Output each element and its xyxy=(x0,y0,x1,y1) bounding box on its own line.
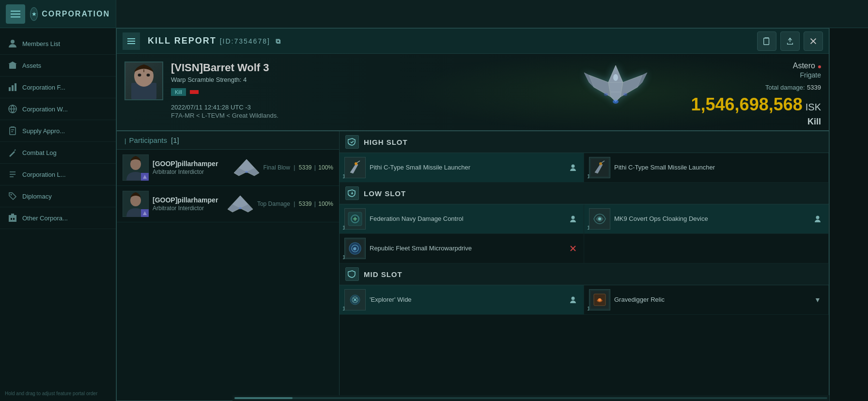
avatar-inner xyxy=(125,62,162,99)
equipment-item-5[interactable]: 1 Republic Fleet Small Microwarpdrive xyxy=(340,234,584,263)
export-button[interactable] xyxy=(780,31,800,51)
kill-type: Kill xyxy=(691,117,821,127)
missile-launcher-icon-2 xyxy=(591,159,608,176)
corp-badge-1 xyxy=(141,173,149,181)
microwarpdrive-icon xyxy=(346,240,364,257)
sidebar-item-supply[interactable]: Supply Appro... xyxy=(0,120,116,142)
right-panel xyxy=(829,28,868,401)
x-icon xyxy=(570,245,576,252)
sidebar-header: ★ CORPORATION xyxy=(0,0,116,28)
person-icon xyxy=(569,164,577,171)
person-action-icon-4[interactable] xyxy=(812,213,823,225)
svg-rect-8 xyxy=(9,215,16,222)
box-icon xyxy=(8,61,17,70)
participant-name-2: [GOOP]pillarhamper xyxy=(153,196,219,204)
svg-point-26 xyxy=(623,93,627,96)
ship-svg xyxy=(577,58,654,126)
sidebar-item-corp-log[interactable]: Corporation L... xyxy=(0,164,116,185)
svg-point-54 xyxy=(598,217,601,220)
down-action-icon[interactable]: ▼ xyxy=(812,294,823,306)
participant-ship-1: Arbitrator Interdictor xyxy=(153,169,226,175)
scrollbar-track[interactable] xyxy=(234,397,827,399)
sword-icon xyxy=(8,148,17,157)
svg-point-65 xyxy=(598,298,601,301)
person-action-icon[interactable] xyxy=(567,162,579,173)
person-icon xyxy=(8,39,17,48)
equipment-item[interactable]: 1 Pithi C-Type Small Missile Launcher xyxy=(340,153,584,183)
participant-stats-2: Top Damage | 5339 | 100% xyxy=(257,200,333,207)
menu-button[interactable] xyxy=(6,4,25,24)
stat-label-1: Final Blow xyxy=(264,164,290,171)
modal-title: KILL REPORT [ID:7354678] ⧉ xyxy=(148,36,757,46)
pilot-avatar xyxy=(124,62,163,100)
participant-ship-2: Arbitrator Interdictor xyxy=(153,205,219,212)
svg-point-62 xyxy=(572,297,575,300)
sidebar-item-assets[interactable]: Assets xyxy=(0,55,116,77)
kill-stats: Astero Frigate Total damage: 5339 1,546,… xyxy=(691,62,821,127)
eq-name: Pithi C-Type Small Missile Launcher xyxy=(370,164,567,172)
eq-icon-5 xyxy=(344,238,366,259)
clipboard-icon xyxy=(8,126,17,136)
modal-title-id: [ID:7354678] xyxy=(220,37,270,45)
sidebar-item-label: Supply Appro... xyxy=(22,127,65,135)
mid-slot-icon xyxy=(345,267,359,281)
sidebar-item-diplomacy[interactable]: Diplomacy xyxy=(0,185,116,207)
equipment-item-7[interactable]: 1 Gravedigger Relic ▼ xyxy=(584,285,829,315)
sidebar-item-label: Diplomacy xyxy=(22,193,52,200)
mid-slot-label: Mid Slot xyxy=(364,270,403,278)
main-content: KILL REPORT [ID:7354678] ⧉ xyxy=(116,0,868,401)
copy-icon[interactable]: ⧉ xyxy=(276,37,281,45)
equipment-item-4[interactable]: 1 MK9 Covert Ops Cloaking Device xyxy=(584,204,829,234)
sidebar-item-corp-world[interactable]: Corporation W... xyxy=(0,98,116,120)
relic-icon xyxy=(591,291,608,308)
participants-label: Participants xyxy=(129,136,167,144)
sidebar-item-other-corp[interactable]: Other Corpora... xyxy=(0,207,116,229)
ship-thumbnail-2 xyxy=(224,195,257,213)
participants-panel: | Participants [1] xyxy=(117,131,340,401)
person-action-icon-6[interactable] xyxy=(567,294,579,306)
stat-percent-2: 100% xyxy=(318,200,333,207)
participant-item-2[interactable]: [GOOP]pillarhamper Arbitrator Interdicto… xyxy=(117,186,339,222)
isk-row: 1,546,698,568 ISK xyxy=(691,93,821,117)
modal-title-text: KILL REPORT xyxy=(148,36,217,46)
explorer-icon xyxy=(346,291,364,308)
sidebar-item-members[interactable]: Members List xyxy=(0,33,116,55)
corp-badge-icon xyxy=(142,174,147,179)
sidebar-item-combat-log[interactable]: Combat Log xyxy=(0,142,116,164)
low-slot-icon xyxy=(345,186,359,200)
equipment-item-empty xyxy=(584,234,829,263)
eq-icon xyxy=(344,157,366,178)
eq-icon-2 xyxy=(589,157,610,178)
menu-line xyxy=(127,41,135,42)
sidebar-item-label: Other Corpora... xyxy=(22,215,68,222)
sidebar-item-corp-finance[interactable]: Corporation F... xyxy=(0,77,116,98)
damage-control-icon xyxy=(346,210,364,228)
participant-stats-1: Final Blow | 5339 | 100% xyxy=(264,164,333,171)
separator-2: | xyxy=(314,164,316,171)
sidebar-item-label: Assets xyxy=(22,62,41,69)
high-slot-label: High Slot xyxy=(364,138,408,146)
separator-1: | xyxy=(294,164,295,171)
svg-rect-10 xyxy=(13,218,15,220)
close-button[interactable] xyxy=(804,31,823,51)
modal-menu-button[interactable] xyxy=(123,32,140,50)
equipment-item-6[interactable]: 1 'Explorer' Wide xyxy=(340,285,584,315)
svg-rect-2 xyxy=(9,87,11,91)
modal-actions xyxy=(757,31,823,51)
clipboard-button[interactable] xyxy=(757,31,776,51)
globe-icon xyxy=(8,104,17,114)
tag-icon xyxy=(8,191,17,201)
eq-icon-3 xyxy=(344,208,366,230)
participant-info-1: [GOOP]pillarhamper Arbitrator Interdicto… xyxy=(153,160,226,175)
separator-3: | xyxy=(294,200,295,207)
eq-name-7: Gravedigger Relic xyxy=(614,296,812,304)
participant-name-1: [GOOP]pillarhamper xyxy=(153,160,226,168)
close-action-icon[interactable] xyxy=(567,243,579,254)
equipment-item-2[interactable]: 1 Pithi C-Type Small Missile Launcher xyxy=(584,153,829,183)
participant-item[interactable]: [GOOP]pillarhamper Arbitrator Interdicto… xyxy=(117,150,339,186)
scrollbar-thumb[interactable] xyxy=(234,397,293,399)
equipment-item-3[interactable]: 1 Federation Navy Damage Control xyxy=(340,204,584,234)
ship-class: Frigate xyxy=(691,71,821,79)
damage-label: Total damage: xyxy=(765,84,805,91)
person-action-icon-3[interactable] xyxy=(567,213,579,225)
